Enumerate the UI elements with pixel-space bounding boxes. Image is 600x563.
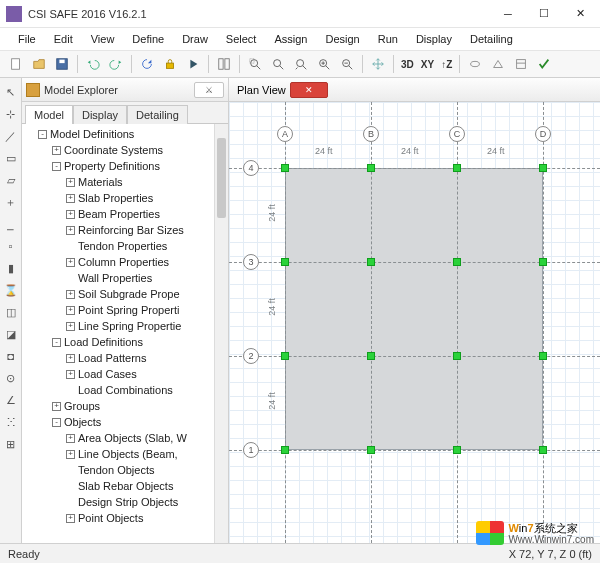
tree-toggle-icon[interactable]: +: [52, 146, 61, 155]
save-icon[interactable]: [52, 54, 72, 74]
column-node[interactable]: [539, 258, 547, 266]
tree-toggle-icon[interactable]: +: [66, 450, 75, 459]
column-node[interactable]: [453, 446, 461, 454]
perspective-icon[interactable]: [488, 54, 508, 74]
draw-wall-icon[interactable]: ▮: [3, 260, 19, 276]
tree-item[interactable]: +Groups: [24, 398, 228, 414]
column-node[interactable]: [281, 258, 289, 266]
tree-toggle-icon[interactable]: +: [66, 306, 75, 315]
menu-edit[interactable]: Edit: [46, 31, 81, 47]
menu-assign[interactable]: Assign: [266, 31, 315, 47]
run-icon[interactable]: [183, 54, 203, 74]
tree-item[interactable]: Tendon Properties: [24, 238, 228, 254]
plan-view-close-button[interactable]: ✕: [290, 82, 328, 98]
column-node[interactable]: [281, 446, 289, 454]
tree-toggle-icon[interactable]: -: [52, 418, 61, 427]
hourglass-icon[interactable]: ⌛: [3, 282, 19, 298]
column-node[interactable]: [539, 446, 547, 454]
tree-item[interactable]: +Load Cases: [24, 366, 228, 382]
zoom-prev-icon[interactable]: [291, 54, 311, 74]
column-node[interactable]: [281, 352, 289, 360]
column-node[interactable]: [367, 446, 375, 454]
redo-icon[interactable]: [106, 54, 126, 74]
draw-point-icon[interactable]: ＋: [3, 194, 19, 210]
tree-item[interactable]: +Materials: [24, 174, 228, 190]
tree-toggle-icon[interactable]: +: [66, 322, 75, 331]
column-node[interactable]: [281, 164, 289, 172]
tree-item[interactable]: +Column Properties: [24, 254, 228, 270]
tree-item[interactable]: +Coordinate Systems: [24, 142, 228, 158]
btn-tz[interactable]: ↑Z: [439, 59, 454, 70]
snap-line-icon[interactable]: ∠: [3, 392, 19, 408]
minimize-button[interactable]: ─: [490, 1, 526, 27]
draw-poly-icon[interactable]: ▱: [3, 172, 19, 188]
undo-icon[interactable]: [83, 54, 103, 74]
column-node[interactable]: [367, 258, 375, 266]
tree-toggle-icon[interactable]: -: [38, 130, 47, 139]
tree-toggle-icon[interactable]: +: [66, 354, 75, 363]
menu-display[interactable]: Display: [408, 31, 460, 47]
select-prev-icon[interactable]: ◪: [3, 326, 19, 342]
tree-item[interactable]: +Reinforcing Bar Sizes: [24, 222, 228, 238]
menu-define[interactable]: Define: [124, 31, 172, 47]
tree-item[interactable]: +Soil Subgrade Prope: [24, 286, 228, 302]
refresh-icon[interactable]: [137, 54, 157, 74]
tile-icon[interactable]: [214, 54, 234, 74]
tree-toggle-icon[interactable]: +: [66, 290, 75, 299]
tree-toggle-icon[interactable]: +: [66, 258, 75, 267]
tree-item[interactable]: Design Strip Objects: [24, 494, 228, 510]
tab-model[interactable]: Model: [25, 105, 73, 124]
maximize-button[interactable]: ☐: [526, 1, 562, 27]
tree-item[interactable]: +Area Objects (Slab, W: [24, 430, 228, 446]
tree-toggle-icon[interactable]: +: [66, 226, 75, 235]
tree-toggle-icon[interactable]: -: [52, 162, 61, 171]
scrollbar-thumb[interactable]: [217, 138, 226, 218]
tree-item[interactable]: +Beam Properties: [24, 206, 228, 222]
new-icon[interactable]: [6, 54, 26, 74]
tree-item[interactable]: +Point Spring Properti: [24, 302, 228, 318]
tree-item[interactable]: Slab Rebar Objects: [24, 478, 228, 494]
reshape-icon[interactable]: ⊹: [3, 106, 19, 122]
pointer-icon[interactable]: ↖: [3, 84, 19, 100]
tree-toggle-icon[interactable]: +: [66, 434, 75, 443]
draw-rect-icon[interactable]: ▭: [3, 150, 19, 166]
column-node[interactable]: [453, 164, 461, 172]
column-node[interactable]: [539, 352, 547, 360]
tree-view[interactable]: -Model Definitions+Coordinate Systems-Pr…: [22, 124, 228, 543]
tree-item[interactable]: Tendon Objects: [24, 462, 228, 478]
tree-item[interactable]: -Property Definitions: [24, 158, 228, 174]
zoom-full-icon[interactable]: [268, 54, 288, 74]
tree-toggle-icon[interactable]: +: [52, 402, 61, 411]
lock-icon[interactable]: [160, 54, 180, 74]
tab-detailing[interactable]: Detailing: [127, 105, 188, 124]
draw-beam-icon[interactable]: ⎯: [3, 216, 19, 232]
tree-toggle-icon[interactable]: -: [52, 338, 61, 347]
tree-item[interactable]: -Model Definitions: [24, 126, 228, 142]
tree-item[interactable]: Load Combinations: [24, 382, 228, 398]
menu-select[interactable]: Select: [218, 31, 265, 47]
column-node[interactable]: [539, 164, 547, 172]
column-node[interactable]: [453, 258, 461, 266]
options-icon[interactable]: [511, 54, 531, 74]
snap-intersect-icon[interactable]: ⵘ: [3, 414, 19, 430]
check-icon[interactable]: [534, 54, 554, 74]
tree-toggle-icon[interactable]: +: [66, 370, 75, 379]
draw-line-icon[interactable]: ／: [3, 128, 19, 144]
column-node[interactable]: [453, 352, 461, 360]
tree-item[interactable]: +Line Spring Propertie: [24, 318, 228, 334]
tree-item[interactable]: +Load Patterns: [24, 350, 228, 366]
tree-toggle-icon[interactable]: +: [66, 178, 75, 187]
scrollbar[interactable]: [214, 124, 228, 543]
tree-item[interactable]: +Point Objects: [24, 510, 228, 526]
column-node[interactable]: [367, 164, 375, 172]
tree-toggle-icon[interactable]: +: [66, 514, 75, 523]
close-button[interactable]: ✕: [562, 1, 598, 27]
btn-xy[interactable]: XY: [419, 59, 436, 70]
draw-column-icon[interactable]: ▫: [3, 238, 19, 254]
btn-3d[interactable]: 3D: [399, 59, 416, 70]
menu-run[interactable]: Run: [370, 31, 406, 47]
tree-item[interactable]: +Slab Properties: [24, 190, 228, 206]
tab-display[interactable]: Display: [73, 105, 127, 124]
snap-grid-icon[interactable]: ⊞: [3, 436, 19, 452]
zoom-in-icon[interactable]: [314, 54, 334, 74]
